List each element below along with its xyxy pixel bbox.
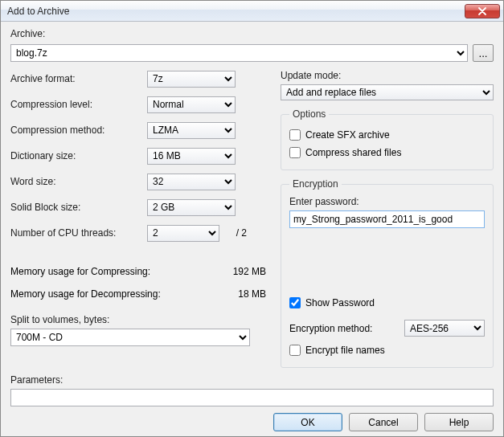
ellipsis-icon: ... [478,47,487,59]
encryption-method-label: Encryption method: [289,323,398,334]
password-input[interactable] [289,210,485,228]
help-button[interactable]: Help [424,413,494,431]
mem-compress-label: Memory usage for Compressing: [10,266,218,277]
archive-label: Archive: [10,28,494,39]
left-column: Archive format: 7z Compression level: No… [10,70,266,368]
dictionary-size-select[interactable]: 16 MB [147,148,236,165]
dialog-content: Archive: blog.7z ... Archive format: 7z … [1,22,503,436]
archive-format-select[interactable]: 7z [147,71,236,88]
word-size-label: Word size: [10,176,147,187]
cpu-threads-select[interactable]: 2 [147,225,219,242]
cancel-button[interactable]: Cancel [349,413,418,431]
split-volumes-label: Split to volumes, bytes: [10,314,266,325]
compression-method-select[interactable]: LZMA [147,122,236,139]
dialog-window: Add to Archive Archive: blog.7z ... Arch… [0,0,504,437]
mem-decompress-label: Memory usage for Decompressing: [10,288,218,300]
window-title: Add to Archive [7,6,69,17]
create-sfx-checkbox[interactable] [289,129,301,141]
close-button[interactable] [465,4,500,18]
close-icon [477,7,487,15]
word-size-select[interactable]: 32 [147,174,236,190]
right-column: Update mode: Add and replace files Optio… [281,70,494,368]
compress-shared-checkbox[interactable] [289,147,301,158]
archive-path-combo[interactable]: blog.7z [10,44,468,62]
dialog-button-row: OK Cancel Help [10,410,494,431]
compression-level-label: Compression level: [10,99,147,110]
update-mode-select[interactable]: Add and replace files [281,84,494,100]
encryption-legend: Encryption [289,178,342,190]
titlebar: Add to Archive [1,1,503,22]
mem-decompress-value: 18 MB [218,288,266,300]
show-password-checkbox[interactable] [289,297,301,308]
options-group: Options Create SFX archive Compress shar… [281,108,494,170]
options-legend: Options [289,108,329,120]
archive-format-label: Archive format: [10,73,147,84]
parameters-label: Parameters: [10,374,494,386]
mem-compress-value: 192 MB [218,266,266,277]
encryption-group: Encryption Enter password: Show Password… [281,178,494,368]
solid-block-size-select[interactable]: 2 GB [147,199,236,216]
show-password-label: Show Password [305,297,375,308]
browse-button[interactable]: ... [473,44,494,62]
parameters-input[interactable] [10,389,494,406]
compression-level-select[interactable]: Normal [147,96,236,113]
split-volumes-combo[interactable]: 700M - CD [10,329,250,346]
ok-button[interactable]: OK [273,413,342,431]
create-sfx-label: Create SFX archive [305,129,390,141]
solid-block-size-label: Solid Block size: [10,202,147,213]
cpu-threads-total: / 2 [224,227,247,239]
encrypt-filenames-label: Encrypt file names [305,345,385,356]
dictionary-size-label: Dictionary size: [10,150,147,161]
compression-method-label: Compression method: [10,125,147,136]
compress-shared-label: Compress shared files [305,147,401,158]
encrypt-filenames-checkbox[interactable] [289,345,301,356]
password-label: Enter password: [289,196,485,207]
cpu-threads-label: Number of CPU threads: [10,227,147,239]
update-mode-label: Update mode: [281,70,494,81]
encryption-method-select[interactable]: AES-256 [404,320,485,337]
